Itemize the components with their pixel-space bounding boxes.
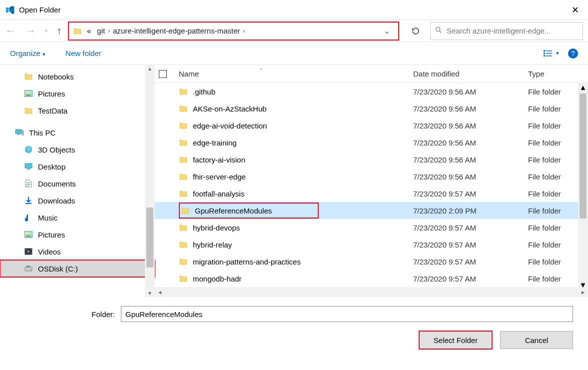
close-button[interactable]: ✕ (568, 2, 583, 18)
file-row[interactable]: fhir-server-edge7/23/2020 9:56 AMFile fo… (155, 168, 588, 185)
list-hscrollbar[interactable]: ◄ ► (155, 287, 588, 297)
scrollbar-thumb[interactable] (146, 208, 153, 268)
back-button[interactable]: ← (5, 24, 16, 38)
sidebar-item-label: TestData (38, 106, 67, 115)
svg-rect-16 (26, 184, 30, 184)
file-name: mongodb-hadr (193, 274, 242, 283)
column-name[interactable]: ⌃Name (179, 70, 413, 78)
sidebar-group-thispc[interactable]: This PC (0, 124, 155, 141)
sidebar-item[interactable]: TestData (0, 102, 155, 119)
doc-icon (24, 179, 33, 188)
navigation-pane: NotebooksPicturesTestDataThis PC3D Objec… (0, 65, 155, 297)
sidebar-item[interactable]: Desktop (0, 158, 155, 175)
file-date: 7/23/2020 9:56 AM (413, 156, 528, 164)
chevron-right-icon[interactable]: › (243, 28, 245, 34)
file-row[interactable]: hybrid-relay7/23/2020 9:57 AMFile folder (155, 236, 588, 253)
sidebar-item[interactable]: Pictures (0, 85, 155, 102)
scroll-down-icon[interactable]: ▼ (580, 280, 587, 289)
column-date[interactable]: Date modified (413, 70, 528, 78)
breadcrumb-git[interactable]: git (97, 26, 105, 35)
organize-menu[interactable]: Organize ▾ (10, 49, 45, 58)
file-name: hybrid-devops (193, 224, 240, 232)
chevron-right-icon[interactable]: › (108, 28, 110, 34)
folder-icon (179, 240, 188, 249)
file-row[interactable]: migration-patterns-and-practices7/23/202… (155, 253, 588, 270)
svg-rect-5 (546, 53, 552, 54)
sidebar-item[interactable]: Documents (0, 175, 155, 192)
list-header: ⌃Name Date modified Type (155, 65, 588, 83)
svg-rect-3 (546, 50, 552, 52)
help-button[interactable]: ? (568, 48, 578, 58)
svg-rect-7 (546, 56, 552, 56)
sidebar-item[interactable]: Music (0, 209, 155, 226)
file-date: 7/23/2020 9:57 AM (413, 240, 528, 249)
music-icon (24, 213, 33, 222)
scroll-down-icon[interactable]: ▼ (147, 290, 152, 297)
file-row[interactable]: hybrid-devops7/23/2020 9:57 AMFile folde… (155, 219, 588, 236)
sidebar-item[interactable]: Videos (0, 243, 155, 260)
breadcrumb-expand[interactable]: ⌄ (384, 26, 394, 36)
sidebar-item[interactable]: 3D Objects (0, 141, 155, 158)
folder-icon (179, 189, 188, 198)
file-row[interactable]: .github7/23/2020 9:56 AMFile folder (155, 83, 588, 100)
scroll-up-icon[interactable]: ▲ (147, 65, 152, 72)
breadcrumb-repo[interactable]: azure-intelligent-edge-patterns-master (113, 26, 240, 35)
folder-icon (181, 206, 190, 215)
list-vscrollbar[interactable]: ▲ ▼ (578, 83, 588, 289)
file-date: 7/23/2020 9:56 AM (413, 122, 528, 130)
forward-button[interactable]: → (25, 24, 36, 38)
window-title: Open Folder (19, 6, 568, 14)
search-input[interactable]: Search azure-intelligent-edge... (430, 22, 583, 40)
sidebar-item-label: Pictures (38, 90, 65, 98)
folder-icon (24, 106, 33, 115)
svg-rect-2 (544, 50, 545, 52)
scroll-up-icon[interactable]: ▲ (580, 83, 587, 92)
scroll-right-icon[interactable]: ► (578, 290, 588, 295)
sidebar-item-label: OSDisk (C:) (38, 264, 78, 273)
recent-dropdown[interactable]: ▾ (45, 28, 47, 34)
file-row[interactable]: AKSe-on-AzStackHub7/23/2020 9:56 AMFile … (155, 100, 588, 117)
chevron-down-icon: ▾ (42, 51, 45, 57)
sidebar-scrollbar[interactable]: ▲ ▼ (145, 65, 155, 297)
folder-name-input[interactable] (121, 306, 573, 322)
folder-icon (179, 104, 188, 113)
select-folder-button[interactable]: Select Folder (419, 331, 492, 349)
file-date: 7/23/2020 9:57 AM (413, 258, 528, 266)
sidebar-item-label: Desktop (38, 162, 65, 171)
svg-rect-6 (544, 55, 545, 56)
folder-icon (24, 72, 33, 81)
sidebar-item[interactable]: OSDisk (C:) (0, 260, 155, 277)
new-folder-button[interactable]: New folder (65, 49, 101, 58)
svg-rect-24 (25, 254, 26, 254)
cancel-button[interactable]: Cancel (500, 331, 573, 349)
svg-rect-23 (25, 249, 26, 250)
file-row[interactable]: GpuReferenceModules7/23/2020 2:09 PMFile… (155, 202, 588, 219)
svg-rect-12 (22, 130, 23, 135)
file-name: footfall-analysis (193, 190, 244, 198)
folder-icon (179, 274, 188, 283)
sidebar-item[interactable]: Pictures (0, 226, 155, 243)
column-type[interactable]: Type (528, 70, 588, 78)
up-button[interactable]: ↑ (56, 24, 62, 38)
file-row[interactable]: edge-ai-void-detection7/23/2020 9:56 AMF… (155, 117, 588, 134)
file-row[interactable]: mongodb-hadr7/23/2020 9:57 AMFile folder (155, 270, 588, 287)
file-row[interactable]: edge-training7/23/2020 9:56 AMFile folde… (155, 134, 588, 151)
file-row[interactable]: factory-ai-vision7/23/2020 9:56 AMFile f… (155, 151, 588, 168)
sidebar-item-label: Pictures (38, 230, 65, 239)
sidebar-item[interactable]: Downloads (0, 192, 155, 209)
folder-label: Folder: (15, 310, 115, 318)
breadcrumb-bar[interactable]: « git › azure-intelligent-edge-patterns-… (68, 22, 399, 40)
select-all-checkbox[interactable] (159, 70, 167, 78)
view-options[interactable]: ▾ (543, 50, 559, 58)
sidebar-item-label: Music (38, 214, 57, 222)
sidebar-item[interactable]: Notebooks (0, 68, 155, 85)
breadcrumb-prefix: « (87, 26, 91, 35)
scroll-left-icon[interactable]: ◄ (155, 290, 165, 295)
scrollbar-thumb[interactable] (580, 94, 587, 218)
svg-point-28 (30, 270, 31, 270)
file-name: edge-training (193, 138, 237, 147)
sidebar-item-label: This PC (29, 128, 55, 137)
folder-icon (179, 172, 188, 181)
refresh-button[interactable] (407, 22, 424, 40)
file-row[interactable]: footfall-analysis7/23/2020 9:57 AMFile f… (155, 185, 588, 202)
